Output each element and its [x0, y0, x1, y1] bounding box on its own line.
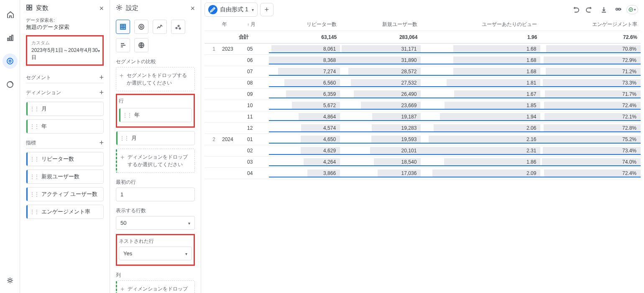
segment-dropzone[interactable]: + セグメントをドロップするか選択してください — [116, 67, 195, 91]
nav-explore-icon[interactable] — [3, 54, 18, 69]
seg-compare-label: セグメントの比較 — [116, 58, 195, 65]
date-mode-label: カスタム — [31, 40, 98, 46]
metric-cell: 31,890 — [340, 55, 421, 66]
nested-rows-label: ネストされた行 — [119, 238, 192, 245]
metric-cell: 1.94 — [421, 111, 540, 123]
metric-cell: 1.68 — [421, 66, 540, 77]
rows-dropzone[interactable]: + ディメンションをドロップするか選択してください — [116, 149, 195, 173]
table-row: 043,86617,0362.0972.4% — [204, 168, 641, 179]
dimension-chip[interactable]: ⋮⋮月 — [26, 102, 104, 116]
viz-topbar: 自由形式 1 ▾ + ▾ — [201, 0, 644, 18]
undo-button[interactable] — [570, 4, 581, 15]
metric-chip[interactable]: ⋮⋮リピーター数 — [26, 152, 104, 166]
cols-dropzone[interactable]: + ディメンションをドロップするか選択してください — [116, 280, 195, 293]
gear-icon — [116, 4, 123, 12]
metric-cell: 2.09 — [421, 168, 540, 179]
start-row-input[interactable]: 1 — [116, 188, 195, 201]
metric-cell: 71.2% — [540, 66, 641, 77]
table-row: 096,35926,4901.6771.7% — [204, 89, 641, 100]
show-rows-select[interactable]: 50 — [116, 216, 195, 230]
metric-chip[interactable]: ⋮⋮エンゲージメント率 — [26, 205, 104, 219]
exploration-name[interactable]: 無題のデータ探索 — [26, 23, 104, 31]
nav-reports-icon[interactable] — [3, 30, 18, 45]
nested-rows-select[interactable]: Yes — [119, 247, 192, 260]
nav-admin-icon[interactable] — [3, 273, 18, 288]
metric-chip[interactable]: ⋮⋮アクティブ ユーザー数 — [26, 187, 104, 201]
metric-cell: 2.16 — [421, 134, 540, 145]
date-range-picker[interactable]: カスタム 2023年5月1日～2024年4月30日 — [26, 35, 104, 66]
metric-cell: 20,101 — [340, 145, 421, 157]
add-tab-button[interactable]: + — [260, 3, 273, 16]
metric-cell: 2.31 — [421, 145, 540, 157]
metric-cell: 31,171 — [340, 44, 421, 55]
cols-drop-message: ディメンションをドロップするか選択してください — [128, 285, 191, 293]
metric-cell: 71.7% — [540, 89, 641, 100]
viz-table-icon[interactable] — [116, 20, 130, 34]
edit-icon — [208, 5, 217, 14]
dimensions-add-button[interactable]: + — [99, 90, 104, 95]
segments-add-button[interactable]: + — [99, 75, 104, 80]
table-row: 077,27428,5721.6871.2% — [204, 66, 641, 77]
nav-ads-icon[interactable] — [3, 77, 18, 92]
metric-cell: 1.67 — [421, 89, 540, 100]
row-chip-year[interactable]: ⋮⋮年 — [119, 108, 192, 122]
metric-cell: 8,061 — [269, 44, 340, 55]
row-chip-month[interactable]: ⋮⋮月 — [116, 131, 195, 145]
viz-line-icon[interactable] — [153, 20, 167, 34]
table-row: 105,67223,6691.8572.4% — [204, 100, 641, 111]
segments-section-label: セグメント — [26, 74, 51, 81]
chevron-down-icon[interactable]: ▾ — [252, 8, 254, 12]
metric-cell: 4,264 — [269, 157, 340, 168]
metric-cell: 4,574 — [269, 123, 340, 134]
viz-donut-icon[interactable] — [134, 20, 148, 34]
start-row-label: 最初の行 — [116, 179, 195, 186]
metrics-add-button[interactable]: + — [99, 141, 104, 145]
redo-button[interactable] — [584, 4, 595, 15]
viz-geo-icon[interactable] — [134, 38, 148, 52]
nav-home-icon[interactable] — [3, 7, 18, 22]
metric-cell: 19,283 — [340, 123, 421, 134]
svg-point-4 — [9, 60, 11, 62]
svg-rect-8 — [30, 5, 32, 7]
col-m3[interactable]: ユーザーあたりのビュー — [421, 18, 540, 31]
svg-rect-7 — [27, 5, 29, 7]
table-row: 024,62920,1012.3173.4% — [204, 145, 641, 157]
total-m4: 72.6% — [540, 31, 641, 44]
variables-close-button[interactable]: × — [99, 5, 104, 12]
metric-cell: 28,572 — [340, 66, 421, 77]
table-row: 22024014,65019,5932.1675.2% — [204, 134, 641, 145]
metric-cell: 4,864 — [269, 111, 340, 123]
col-m2[interactable]: 新規ユーザー数 — [340, 18, 421, 31]
metric-cell: 23,669 — [340, 100, 421, 111]
share-button[interactable] — [612, 4, 624, 15]
metric-chip[interactable]: ⋮⋮新規ユーザー数 — [26, 170, 104, 184]
nav-rail — [0, 0, 20, 293]
settings-panel: 設定 × セグメントの比較 + セグメントをドロップするか選択してください 行 … — [110, 0, 201, 293]
metric-cell: 1.68 — [421, 55, 540, 66]
svg-point-6 — [9, 279, 11, 282]
col-month[interactable]: ↑月 — [244, 18, 269, 31]
metric-cell: 73.3% — [540, 77, 641, 89]
metric-cell: 72.4% — [540, 100, 641, 111]
totals-label: 合計 — [219, 31, 269, 44]
col-year[interactable]: 年 — [219, 18, 244, 31]
svg-point-3 — [7, 58, 13, 64]
viz-bar-icon[interactable] — [116, 38, 130, 52]
table-row: 12023058,06131,1711.6870.8% — [204, 44, 641, 55]
viz-tab[interactable]: 自由形式 1 ▾ — [204, 3, 258, 17]
col-m4[interactable]: エンゲージメント率 — [540, 18, 641, 31]
dimension-chip[interactable]: ⋮⋮年 — [26, 119, 104, 134]
col-m1[interactable]: リピーター数 — [269, 18, 340, 31]
plus-icon: + — [120, 286, 124, 293]
status-badge[interactable]: ▾ — [626, 5, 638, 14]
metric-cell: 27,532 — [340, 77, 421, 89]
metric-cell: 72.4% — [540, 168, 641, 179]
settings-close-button[interactable]: × — [190, 5, 195, 12]
svg-point-19 — [616, 8, 618, 10]
metric-cell: 70.8% — [540, 44, 641, 55]
variables-panel: 変数 × データ探索名: 無題のデータ探索 カスタム 2023年5月1日～202… — [20, 0, 110, 293]
download-button[interactable] — [598, 4, 610, 15]
main-area: 自由形式 1 ▾ + ▾ 年 ↑月 リピーター数 新規ユーザー数 ユーザーあたり… — [201, 0, 644, 293]
viz-scatter-icon[interactable] — [171, 20, 185, 34]
svg-rect-0 — [8, 38, 9, 41]
